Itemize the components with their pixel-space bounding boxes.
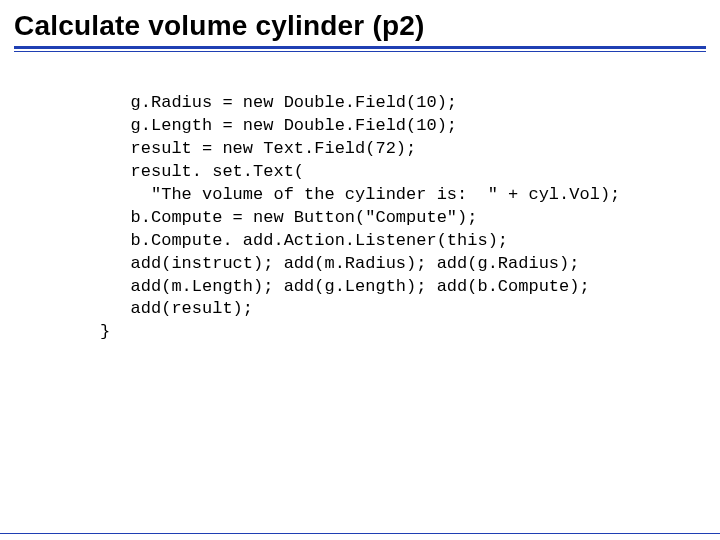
code-line: } [100,322,110,341]
slide: Calculate volume cylinder (p2) g.Radius … [0,0,720,540]
code-line: "The volume of the cylinder is: " + cyl.… [100,185,620,204]
code-line: add(result); [100,299,253,318]
code-line: result = new Text.Field(72); [100,139,416,158]
title-rule-thick [14,46,706,49]
code-block: g.Radius = new Double.Field(10); g.Lengt… [0,58,720,344]
slide-title: Calculate volume cylinder (p2) [14,10,706,42]
code-line: g.Radius = new Double.Field(10); [100,93,457,112]
footer-rule [0,533,720,534]
code-line: b.Compute = new Button("Compute"); [100,208,477,227]
code-line: g.Length = new Double.Field(10); [100,116,457,135]
code-line: add(m.Length); add(g.Length); add(b.Comp… [100,277,590,296]
code-line: result. set.Text( [100,162,304,181]
title-area: Calculate volume cylinder (p2) [0,0,720,58]
title-rule-thin [14,51,706,52]
code-line: add(instruct); add(m.Radius); add(g.Radi… [100,254,579,273]
code-line: b.Compute. add.Action.Listener(this); [100,231,508,250]
